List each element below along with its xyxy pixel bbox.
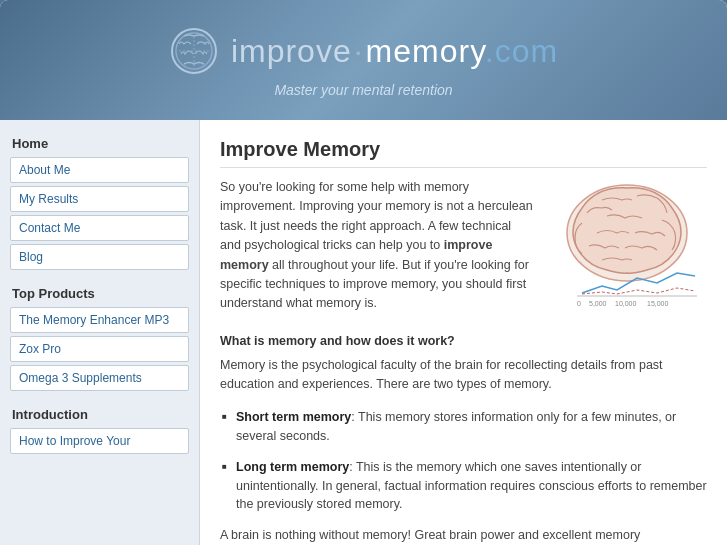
svg-text:0: 0 bbox=[577, 300, 581, 307]
svg-text:15,000: 15,000 bbox=[647, 300, 669, 307]
intro-paragraph: So you're looking for some help with mem… bbox=[220, 178, 533, 314]
sidebar-link-omega3[interactable]: Omega 3 Supplements bbox=[10, 365, 189, 391]
header-subtitle: Master your mental retention bbox=[274, 82, 452, 98]
sidebar-link-contact-me[interactable]: Contact Me bbox=[10, 215, 189, 241]
site-title: improve·memory.com bbox=[231, 33, 558, 70]
sidebar-link-about-me[interactable]: About Me bbox=[10, 157, 189, 183]
title-dot: · bbox=[354, 33, 364, 69]
page-wrapper: improve·memory.com Master your mental re… bbox=[0, 0, 727, 545]
title-com: .com bbox=[485, 33, 558, 69]
brain-logo-icon bbox=[169, 26, 219, 76]
intro-section: So you're looking for some help with mem… bbox=[220, 178, 707, 324]
sidebar-link-memory-enhancer[interactable]: The Memory Enhancer MP3 bbox=[10, 307, 189, 333]
final-paragraph: A brain is nothing without memory! Great… bbox=[220, 526, 707, 545]
content-title: Improve Memory bbox=[220, 138, 707, 168]
memory-types-list: Short term memory: This memory stores in… bbox=[220, 404, 707, 518]
title-memory: memory bbox=[366, 33, 485, 69]
bullet-short-term: Short term memory: This memory stores in… bbox=[220, 404, 707, 450]
sidebar-link-zox-pro[interactable]: Zox Pro bbox=[10, 336, 189, 362]
content-area: Improve Memory So you're looking for som… bbox=[200, 120, 727, 545]
header: improve·memory.com Master your mental re… bbox=[0, 0, 727, 120]
memory-paragraph: Memory is the psychological faculty of t… bbox=[220, 356, 707, 395]
sidebar-section-intro-title: Introduction bbox=[10, 407, 189, 422]
svg-text:5,000: 5,000 bbox=[589, 300, 607, 307]
title-improve: improve bbox=[231, 33, 352, 69]
svg-text:10,000: 10,000 bbox=[615, 300, 637, 307]
brain-illustration: 0 5,000 10,000 15,000 bbox=[547, 178, 707, 308]
sidebar-section-products-title: Top Products bbox=[10, 286, 189, 301]
memory-question: What is memory and how does it work? bbox=[220, 334, 707, 348]
long-term-label: Long term memory bbox=[236, 460, 349, 474]
sidebar-link-how-to[interactable]: How to Improve Your bbox=[10, 428, 189, 454]
sidebar-link-blog[interactable]: Blog bbox=[10, 244, 189, 270]
short-term-label: Short term memory bbox=[236, 410, 351, 424]
sidebar-link-my-results[interactable]: My Results bbox=[10, 186, 189, 212]
bullet-long-term: Long term memory: This is the memory whi… bbox=[220, 454, 707, 518]
sidebar: Home About Me My Results Contact Me Blog… bbox=[0, 120, 200, 545]
sidebar-section-home-title: Home bbox=[10, 136, 189, 151]
logo-row: improve·memory.com bbox=[169, 26, 558, 76]
main-layout: Home About Me My Results Contact Me Blog… bbox=[0, 120, 727, 545]
intro-text-block: So you're looking for some help with mem… bbox=[220, 178, 533, 324]
